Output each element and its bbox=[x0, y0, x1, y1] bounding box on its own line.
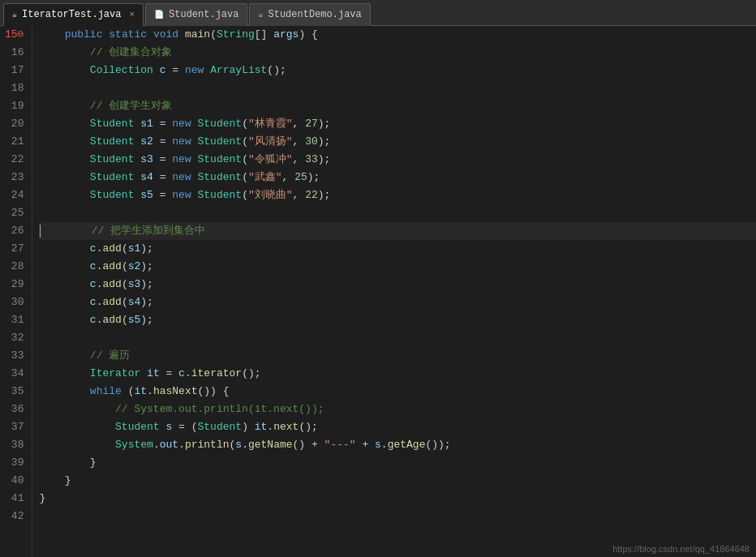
line-number-37: 37 bbox=[5, 418, 24, 436]
code-content-19: // 创建学生对象 bbox=[39, 97, 172, 115]
line-numbers: 15⊖1617181920212223242526272829303132333… bbox=[0, 26, 32, 557]
code-line-33: // 遍历 bbox=[39, 347, 756, 365]
watermark: https://blog.csdn.net/qq_41864648 bbox=[612, 544, 750, 554]
line-number-33: 33 bbox=[5, 347, 24, 365]
tab-studentdemo-icon: ☕ bbox=[258, 10, 263, 19]
code-line-41: } bbox=[39, 490, 756, 508]
line-number-31: 31 bbox=[5, 311, 24, 329]
line-number-19: 19 bbox=[5, 97, 24, 115]
line-number-42: 42 bbox=[5, 508, 24, 525]
tab-bar: ☕IteratorTest.java×📄Student.java☕Student… bbox=[0, 0, 756, 26]
code-content-26: // 把学生添加到集合中 bbox=[41, 222, 205, 240]
code-line-28: c.add(s2); bbox=[39, 258, 756, 276]
code-line-34: Iterator it = c.iterator(); bbox=[39, 365, 756, 383]
code-line-29: c.add(s3); bbox=[39, 276, 756, 293]
code-line-20: Student s1 = new Student("林青霞", 27); bbox=[39, 115, 756, 133]
code-line-40: } bbox=[39, 472, 756, 490]
tab-iterator-icon: ☕ bbox=[12, 10, 17, 19]
code-line-21: Student s2 = new Student("风清扬", 30); bbox=[39, 133, 756, 151]
code-content-37: Student s = (Student) it.next(); bbox=[39, 418, 317, 436]
line-number-26: 26 bbox=[5, 222, 24, 240]
line-number-30: 30 bbox=[5, 293, 24, 311]
tab-studentdemo[interactable]: ☕StudentDemo.java bbox=[249, 3, 370, 26]
line-number-29: 29 bbox=[5, 276, 24, 293]
code-content-22: Student s3 = new Student("令狐冲", 33); bbox=[39, 151, 330, 169]
tab-student-label: Student.java bbox=[169, 9, 238, 20]
code-line-31: c.add(s5); bbox=[39, 311, 756, 329]
line-number-16: 16 bbox=[5, 44, 24, 62]
code-line-30: c.add(s4); bbox=[39, 293, 756, 311]
code-line-36: // System.out.println(it.next()); bbox=[39, 401, 756, 418]
code-content-40: } bbox=[39, 472, 71, 490]
code-line-27: c.add(s1); bbox=[39, 240, 756, 258]
tab-student-icon: 📄 bbox=[154, 10, 164, 19]
code-content-29: c.add(s3); bbox=[39, 276, 152, 293]
code-content-24: Student s5 = new Student("刘晓曲", 22); bbox=[39, 186, 330, 204]
code-content-38: System.out.println(s.getName() + "---" +… bbox=[39, 436, 450, 454]
tab-studentdemo-label: StudentDemo.java bbox=[268, 9, 362, 20]
line-number-20: 20 bbox=[5, 115, 24, 133]
code-content-31: c.add(s5); bbox=[39, 311, 152, 329]
line-number-21: 21 bbox=[5, 133, 24, 151]
code-line-16: // 创建集合对象 bbox=[39, 44, 756, 62]
code-content-15: public static void main(String[] args) { bbox=[39, 26, 317, 44]
line-number-24: 24 bbox=[5, 186, 24, 204]
line-number-32: 32 bbox=[5, 329, 24, 347]
code-line-17: Collection c = new ArrayList(); bbox=[39, 62, 756, 79]
editor: 15⊖1617181920212223242526272829303132333… bbox=[0, 26, 756, 557]
code-content-30: c.add(s4); bbox=[39, 293, 152, 311]
line-number-25: 25 bbox=[5, 204, 24, 222]
code-line-23: Student s4 = new Student("武鑫", 25); bbox=[39, 169, 756, 186]
tab-iterator-close[interactable]: × bbox=[129, 10, 135, 19]
code-content-36: // System.out.println(it.next()); bbox=[39, 401, 324, 418]
code-content-21: Student s2 = new Student("风清扬", 30); bbox=[39, 133, 330, 151]
code-line-22: Student s3 = new Student("令狐冲", 33); bbox=[39, 151, 756, 169]
line-number-18: 18 bbox=[5, 79, 24, 97]
code-content-41: } bbox=[39, 490, 45, 508]
code-content-34: Iterator it = c.iterator(); bbox=[39, 365, 260, 383]
code-content-17: Collection c = new ArrayList(); bbox=[39, 62, 286, 79]
code-line-37: Student s = (Student) it.next(); bbox=[39, 418, 756, 436]
code-line-24: Student s5 = new Student("刘晓曲", 22); bbox=[39, 186, 756, 204]
code-line-42 bbox=[39, 508, 756, 525]
line-number-23: 23 bbox=[5, 169, 24, 186]
code-content-16: // 创建集合对象 bbox=[39, 44, 172, 62]
line-number-34: 34 bbox=[5, 365, 24, 383]
code-area[interactable]: public static void main(String[] args) {… bbox=[32, 26, 756, 557]
tab-iterator-label: IteratorTest.java bbox=[22, 9, 121, 20]
code-line-38: System.out.println(s.getName() + "---" +… bbox=[39, 436, 756, 454]
line-number-28: 28 bbox=[5, 258, 24, 276]
code-content-28: c.add(s2); bbox=[39, 258, 152, 276]
line-number-17: 17 bbox=[5, 62, 24, 79]
code-line-15: public static void main(String[] args) { bbox=[39, 26, 756, 44]
code-content-20: Student s1 = new Student("林青霞", 27); bbox=[39, 115, 330, 133]
code-content-23: Student s4 = new Student("武鑫", 25); bbox=[39, 169, 320, 186]
line-number-41: 41 bbox=[5, 490, 24, 508]
tab-student[interactable]: 📄Student.java bbox=[145, 3, 247, 26]
line-number-38: 38 bbox=[5, 436, 24, 454]
code-content-39: } bbox=[39, 454, 96, 472]
code-line-32 bbox=[39, 329, 756, 347]
code-line-18 bbox=[39, 79, 756, 97]
tab-iterator[interactable]: ☕IteratorTest.java× bbox=[3, 3, 144, 26]
line-number-39: 39 bbox=[5, 454, 24, 472]
code-line-39: } bbox=[39, 454, 756, 472]
code-content-35: while (it.hasNext()) { bbox=[39, 383, 229, 401]
line-number-27: 27 bbox=[5, 240, 24, 258]
line-number-22: 22 bbox=[5, 151, 24, 169]
line-number-36: 36 bbox=[5, 401, 24, 418]
code-content-27: c.add(s1); bbox=[39, 240, 152, 258]
code-content-33: // 遍历 bbox=[39, 347, 130, 365]
line-number-40: 40 bbox=[5, 472, 24, 490]
code-line-26: // 把学生添加到集合中 bbox=[39, 222, 756, 240]
code-line-35: while (it.hasNext()) { bbox=[39, 383, 756, 401]
line-number-15: 15⊖ bbox=[5, 26, 24, 44]
code-line-25 bbox=[39, 204, 756, 222]
line-number-35: 35 bbox=[5, 383, 24, 401]
code-line-19: // 创建学生对象 bbox=[39, 97, 756, 115]
